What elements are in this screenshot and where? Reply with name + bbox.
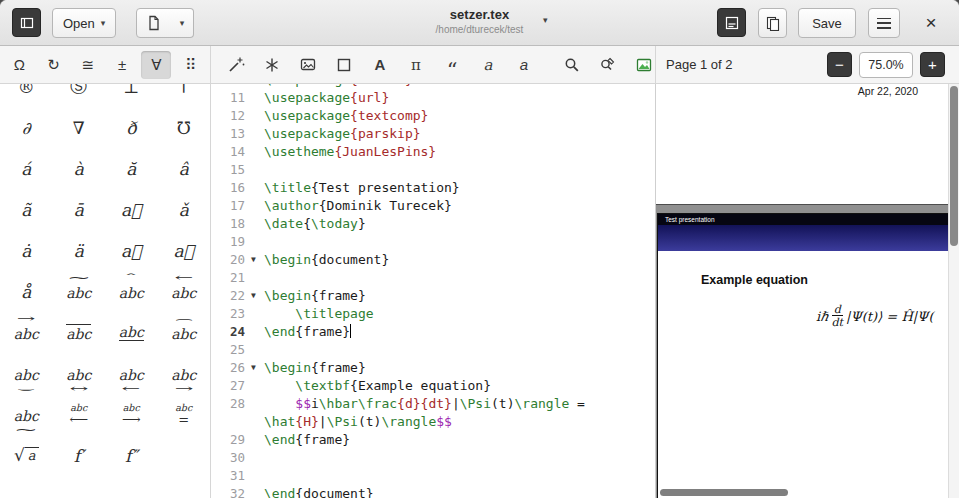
symbol-insert-button[interactable] xyxy=(261,54,283,76)
symbol-underleftarrow[interactable]: ←abc xyxy=(105,353,158,394)
zoom-level[interactable]: 75.0% xyxy=(859,52,913,78)
symbol-check-accent[interactable]: ǎ xyxy=(158,189,211,230)
symbol-underrightarrow[interactable]: →abc xyxy=(158,353,211,394)
symbol-f-double-prime[interactable]: f″ xyxy=(105,435,158,476)
slanted-button[interactable]: a xyxy=(513,54,535,76)
symbol-category-arrows[interactable]: ↻ xyxy=(39,51,69,79)
symbol-bot[interactable]: ⊥ xyxy=(105,84,158,107)
code-line[interactable]: 21 xyxy=(211,269,655,287)
quotes-button[interactable]: “ xyxy=(441,54,463,76)
wizard-button[interactable] xyxy=(225,54,247,76)
code-line[interactable]: 29\end{frame} xyxy=(211,431,655,449)
search-button[interactable] xyxy=(561,54,583,76)
fold-marker-icon[interactable]: ▼ xyxy=(245,251,262,269)
symbol-ddddot-accent[interactable]: a⃜ xyxy=(158,230,211,271)
symbol-widetilde[interactable]: ~abc xyxy=(53,271,106,312)
code-line[interactable]: 20▼\begin{document} xyxy=(211,251,655,269)
document-switcher-caret[interactable]: ▾ xyxy=(543,16,548,25)
symbol-ring-accent[interactable]: å xyxy=(0,271,53,312)
code-line[interactable]: 24\end{frame} xyxy=(211,323,655,341)
symbol-dot-accent[interactable]: ȧ xyxy=(0,230,53,271)
code-line[interactable]: 14\usetheme{JuanLesPins} xyxy=(211,143,655,161)
code-line[interactable]: \hat{H}|\Psi(t)\rangle$$ xyxy=(211,413,655,431)
symbol-nabla[interactable]: ∇ xyxy=(53,107,106,148)
symbol-underbrace[interactable]: ⌣abc xyxy=(0,353,53,394)
code-line[interactable]: 22▼\begin{frame} xyxy=(211,287,655,305)
symbol-hat-accent[interactable]: â xyxy=(158,148,211,189)
symbol-underline[interactable]: abc xyxy=(105,312,158,353)
symbol-grave[interactable]: à xyxy=(53,148,106,189)
symbol-category-misc-text[interactable]: ⠿ xyxy=(176,51,206,79)
symbol-sqrt[interactable]: √a xyxy=(0,435,53,476)
zoom-in-button[interactable]: + xyxy=(920,52,945,77)
symbol-utilde[interactable]: ~abc xyxy=(0,394,53,435)
symbol-category-operators[interactable]: ± xyxy=(107,51,137,79)
vertical-scrollbar[interactable] xyxy=(948,84,959,498)
code-line[interactable]: 16\title{Test presentation} xyxy=(211,179,655,197)
source-editor[interactable]: 10\usepackage{xcolor}11\usepackage{url}1… xyxy=(211,84,656,498)
symbol-eth[interactable]: ð xyxy=(105,107,158,148)
math-button[interactable]: π xyxy=(405,54,427,76)
preview-page-2: Test presentation Example equation iℏ d … xyxy=(657,213,959,498)
fold-marker-icon[interactable]: ▼ xyxy=(245,287,262,305)
symbol-underleftrightarrow[interactable]: ↔abc xyxy=(53,353,106,394)
symbol-partial[interactable]: ∂ xyxy=(0,107,53,148)
symbol-ddot-accent[interactable]: ä xyxy=(53,230,106,271)
slide-title-band xyxy=(658,225,959,251)
symbol-circled-r[interactable]: ® xyxy=(0,84,53,107)
symbol-overbrace[interactable]: ⌢abc xyxy=(158,312,211,353)
code-line[interactable]: 19 xyxy=(211,233,655,251)
symbol-mho[interactable]: ℧ xyxy=(158,107,211,148)
vertical-scrollbar-thumb[interactable] xyxy=(950,86,958,246)
symbol-bar-accent[interactable]: ā xyxy=(53,189,106,230)
code-line[interactable]: 15 xyxy=(211,161,655,179)
symbol-xleftarrow[interactable]: abc⟵ xyxy=(53,394,106,435)
code-line[interactable]: 32\end{document} xyxy=(211,485,655,498)
symbol-overrightarrow[interactable]: →abc xyxy=(0,312,53,353)
code-line[interactable]: 13\usepackage{parskip} xyxy=(211,125,655,143)
primary-menu-button[interactable] xyxy=(868,8,900,38)
code-line[interactable]: 23 \titlepage xyxy=(211,305,655,323)
symbol-stackrel-eq[interactable]: abc= xyxy=(158,394,211,435)
symbol-vec[interactable]: a⃗ xyxy=(105,189,158,230)
fold-gutter xyxy=(245,395,262,413)
symbol-breve[interactable]: ă xyxy=(105,148,158,189)
italic-button[interactable]: a xyxy=(477,54,499,76)
code-line[interactable]: 27 \textbf{Example equation} xyxy=(211,377,655,395)
symbol-category-greek-letters[interactable]: Ω xyxy=(4,51,34,79)
bold-button[interactable]: A xyxy=(369,54,391,76)
insert-object-button[interactable] xyxy=(297,54,319,76)
code-line[interactable]: 25 xyxy=(211,341,655,359)
symbol-xrightarrow[interactable]: abc⟶ xyxy=(105,394,158,435)
symbol-overline[interactable]: abc xyxy=(53,312,106,353)
symbol-category-misc-math[interactable]: ∀ xyxy=(141,51,171,79)
symbol-acute[interactable]: á xyxy=(0,148,53,189)
close-button[interactable]: × xyxy=(916,8,946,38)
code-line[interactable]: 26▼\begin{frame} xyxy=(211,359,655,377)
page-indicator: Page 1 of 2 xyxy=(666,57,733,72)
code-line[interactable]: 18\date{\today} xyxy=(211,215,655,233)
symbol-tilde-accent[interactable]: ã xyxy=(0,189,53,230)
save-button[interactable]: Save xyxy=(798,8,856,38)
code-line[interactable]: 17\author{Dominik Turecek} xyxy=(211,197,655,215)
find-replace-button[interactable] xyxy=(597,54,619,76)
code-line[interactable]: 12\usepackage{textcomp} xyxy=(211,107,655,125)
zoom-out-button[interactable]: − xyxy=(827,52,852,77)
symbol-dddot-accent[interactable]: a⃛ xyxy=(105,230,158,271)
symbol-top[interactable]: ⊤ xyxy=(158,84,211,107)
build-log-button[interactable] xyxy=(717,8,746,37)
code-line[interactable]: 31 xyxy=(211,467,655,485)
code-line[interactable]: 30 xyxy=(211,449,655,467)
symbol-circled-s[interactable]: Ⓢ xyxy=(53,84,106,107)
insert-image-button[interactable] xyxy=(633,54,655,76)
horizontal-scrollbar-thumb[interactable] xyxy=(660,489,788,496)
symbol-f-prime[interactable]: f′ xyxy=(53,435,106,476)
code-line[interactable]: 11\usepackage{url} xyxy=(211,89,655,107)
symbol-widehat[interactable]: ˆabc xyxy=(105,271,158,312)
symbol-overleftarrow[interactable]: ←abc xyxy=(158,271,211,312)
fold-marker-icon[interactable]: ▼ xyxy=(245,359,262,377)
preview-toggle-button[interactable] xyxy=(758,8,787,38)
symbol-category-relations[interactable]: ≅ xyxy=(73,51,103,79)
code-line[interactable]: 28 $$i\hbar\frac{d}{dt}|\Psi(t)\rangle = xyxy=(211,395,655,413)
frame-insert-button[interactable] xyxy=(333,54,355,76)
